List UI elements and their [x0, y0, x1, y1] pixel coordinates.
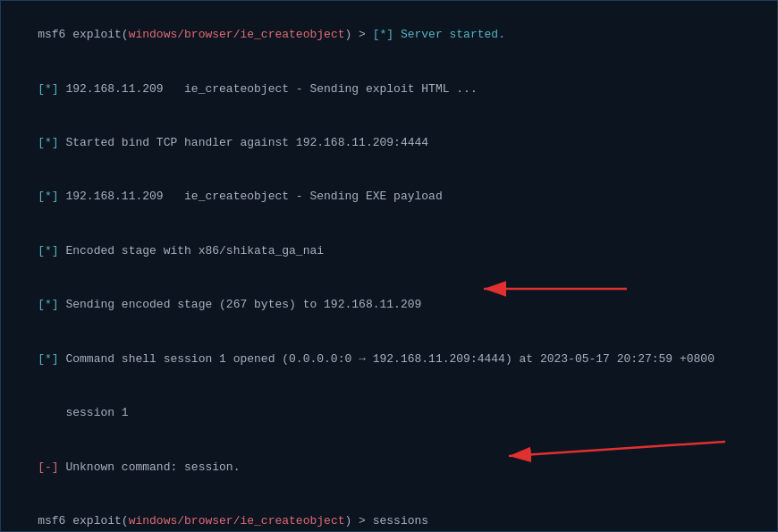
exploit-name: windows/browser/ie_createobject — [129, 28, 345, 41]
terminal-window[interactable]: msf6 exploit(windows/browser/ie_createob… — [0, 0, 778, 532]
status-text: [*] Server started. — [373, 28, 505, 41]
terminal-line-3: [*] Started bind TCP handler against 192… — [10, 116, 768, 170]
terminal-line-8: session 1 — [10, 386, 768, 440]
terminal-line-4: [*] 192.168.11.209 ie_createobject - Sen… — [10, 170, 768, 224]
terminal-line-7: [*] Command shell session 1 opened (0.0.… — [10, 333, 768, 386]
terminal-line-5: [*] Encoded stage with x86/shikata_ga_na… — [10, 224, 768, 278]
terminal-line-2: [*] 192.168.11.209 ie_createobject - Sen… — [10, 62, 768, 115]
terminal-line-9: [-] Unknown command: session. — [10, 440, 768, 494]
terminal-line-10: msf6 exploit(windows/browser/ie_createob… — [10, 494, 768, 532]
prompt-text: msf6 exploit( — [38, 28, 128, 41]
terminal-line-6: [*] Sending encoded stage (267 bytes) to… — [10, 278, 768, 332]
prompt-suffix: ) > — [344, 28, 372, 41]
info-content: 192.168.11.209 ie_createobject - Sending… — [59, 82, 478, 96]
info-bracket: [*] — [38, 82, 58, 96]
terminal-line-1: msf6 exploit(windows/browser/ie_createob… — [10, 8, 768, 62]
